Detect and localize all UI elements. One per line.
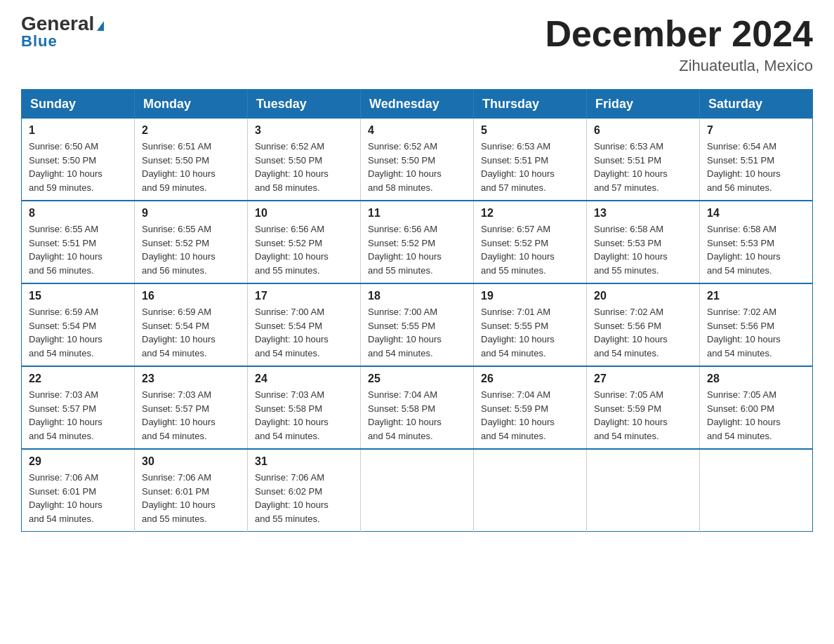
calendar-day-cell: 13 Sunrise: 6:58 AMSunset: 5:53 PMDaylig… — [587, 201, 700, 283]
day-number: 21 — [707, 290, 805, 302]
calendar-day-cell: 16 Sunrise: 6:59 AMSunset: 5:54 PMDaylig… — [135, 283, 248, 366]
day-number: 16 — [142, 290, 240, 302]
day-number: 3 — [255, 124, 353, 137]
calendar-day-cell: 14 Sunrise: 6:58 AMSunset: 5:53 PMDaylig… — [700, 201, 813, 283]
calendar-day-cell: 27 Sunrise: 7:05 AMSunset: 5:59 PMDaylig… — [587, 366, 700, 449]
day-number: 25 — [368, 373, 466, 385]
location-subtitle: Zihuateutla, Mexico — [545, 57, 813, 75]
calendar-day-cell: 4 Sunrise: 6:52 AMSunset: 5:50 PMDayligh… — [361, 119, 474, 201]
day-info: Sunrise: 6:52 AMSunset: 5:50 PMDaylight:… — [255, 140, 353, 194]
day-info: Sunrise: 7:01 AMSunset: 5:55 PMDaylight:… — [481, 305, 579, 360]
day-number: 10 — [255, 207, 353, 220]
day-number: 30 — [142, 455, 240, 468]
day-number: 19 — [481, 290, 579, 302]
day-number: 5 — [481, 124, 579, 137]
day-number: 23 — [142, 373, 240, 385]
calendar-day-cell: 10 Sunrise: 6:56 AMSunset: 5:52 PMDaylig… — [248, 201, 361, 283]
logo: General Blue — [21, 14, 104, 51]
calendar-day-cell: 8 Sunrise: 6:55 AMSunset: 5:51 PMDayligh… — [22, 201, 135, 283]
calendar-day-cell — [474, 449, 587, 532]
logo-name: General — [21, 14, 104, 34]
header-friday: Friday — [587, 90, 700, 119]
day-info: Sunrise: 6:53 AMSunset: 5:51 PMDaylight:… — [481, 140, 579, 194]
day-info: Sunrise: 6:53 AMSunset: 5:51 PMDaylight:… — [594, 140, 692, 194]
day-info: Sunrise: 6:58 AMSunset: 5:53 PMDaylight:… — [707, 222, 805, 277]
day-info: Sunrise: 6:55 AMSunset: 5:51 PMDaylight:… — [29, 222, 127, 277]
header-saturday: Saturday — [700, 90, 813, 119]
day-info: Sunrise: 6:56 AMSunset: 5:52 PMDaylight:… — [255, 222, 353, 277]
day-number: 8 — [29, 207, 127, 220]
calendar-week-row: 15 Sunrise: 6:59 AMSunset: 5:54 PMDaylig… — [22, 283, 813, 366]
calendar-week-row: 8 Sunrise: 6:55 AMSunset: 5:51 PMDayligh… — [22, 201, 813, 283]
calendar-day-cell: 22 Sunrise: 7:03 AMSunset: 5:57 PMDaylig… — [22, 366, 135, 449]
day-info: Sunrise: 7:06 AMSunset: 6:02 PMDaylight:… — [255, 471, 353, 525]
day-number: 28 — [707, 373, 805, 385]
calendar-day-cell: 11 Sunrise: 6:56 AMSunset: 5:52 PMDaylig… — [361, 201, 474, 283]
header-tuesday: Tuesday — [248, 90, 361, 119]
day-number: 9 — [142, 207, 240, 220]
calendar-day-cell: 15 Sunrise: 6:59 AMSunset: 5:54 PMDaylig… — [22, 283, 135, 366]
calendar-day-cell: 28 Sunrise: 7:05 AMSunset: 6:00 PMDaylig… — [700, 366, 813, 449]
calendar-week-row: 29 Sunrise: 7:06 AMSunset: 6:01 PMDaylig… — [22, 449, 813, 532]
calendar-day-cell: 9 Sunrise: 6:55 AMSunset: 5:52 PMDayligh… — [135, 201, 248, 283]
calendar-day-cell: 31 Sunrise: 7:06 AMSunset: 6:02 PMDaylig… — [248, 449, 361, 532]
day-number: 14 — [707, 207, 805, 220]
calendar-day-cell: 29 Sunrise: 7:06 AMSunset: 6:01 PMDaylig… — [22, 449, 135, 532]
day-info: Sunrise: 7:06 AMSunset: 6:01 PMDaylight:… — [142, 471, 240, 525]
day-info: Sunrise: 6:57 AMSunset: 5:52 PMDaylight:… — [481, 222, 579, 277]
day-info: Sunrise: 6:55 AMSunset: 5:52 PMDaylight:… — [142, 222, 240, 277]
day-number: 27 — [594, 373, 692, 385]
day-info: Sunrise: 6:54 AMSunset: 5:51 PMDaylight:… — [707, 140, 805, 194]
calendar-day-cell: 21 Sunrise: 7:02 AMSunset: 5:56 PMDaylig… — [700, 283, 813, 366]
day-number: 17 — [255, 290, 353, 302]
day-number: 22 — [29, 373, 127, 385]
calendar-day-cell — [361, 449, 474, 532]
header-sunday: Sunday — [22, 90, 135, 119]
day-number: 26 — [481, 373, 579, 385]
calendar-day-cell: 19 Sunrise: 7:01 AMSunset: 5:55 PMDaylig… — [474, 283, 587, 366]
day-number: 2 — [142, 124, 240, 137]
day-number: 29 — [29, 455, 127, 468]
calendar-day-cell — [700, 449, 813, 532]
day-info: Sunrise: 7:00 AMSunset: 5:54 PMDaylight:… — [255, 305, 353, 360]
calendar-day-cell: 6 Sunrise: 6:53 AMSunset: 5:51 PMDayligh… — [587, 119, 700, 201]
page-header: General Blue December 2024 Zihuateutla, … — [21, 14, 813, 75]
day-info: Sunrise: 7:03 AMSunset: 5:58 PMDaylight:… — [255, 388, 353, 443]
header-thursday: Thursday — [474, 90, 587, 119]
day-info: Sunrise: 7:05 AMSunset: 5:59 PMDaylight:… — [594, 388, 692, 443]
calendar-week-row: 1 Sunrise: 6:50 AMSunset: 5:50 PMDayligh… — [22, 119, 813, 201]
calendar-day-cell: 20 Sunrise: 7:02 AMSunset: 5:56 PMDaylig… — [587, 283, 700, 366]
day-number: 11 — [368, 207, 466, 220]
day-info: Sunrise: 7:03 AMSunset: 5:57 PMDaylight:… — [29, 388, 127, 443]
title-section: December 2024 Zihuateutla, Mexico — [545, 14, 813, 75]
calendar-day-cell: 7 Sunrise: 6:54 AMSunset: 5:51 PMDayligh… — [700, 119, 813, 201]
day-number: 20 — [594, 290, 692, 302]
day-info: Sunrise: 7:02 AMSunset: 5:56 PMDaylight:… — [707, 305, 805, 360]
calendar-day-cell: 23 Sunrise: 7:03 AMSunset: 5:57 PMDaylig… — [135, 366, 248, 449]
calendar-day-cell: 24 Sunrise: 7:03 AMSunset: 5:58 PMDaylig… — [248, 366, 361, 449]
day-info: Sunrise: 6:52 AMSunset: 5:50 PMDaylight:… — [368, 140, 466, 194]
calendar-day-cell: 30 Sunrise: 7:06 AMSunset: 6:01 PMDaylig… — [135, 449, 248, 532]
day-info: Sunrise: 6:56 AMSunset: 5:52 PMDaylight:… — [368, 222, 466, 277]
calendar-day-cell: 12 Sunrise: 6:57 AMSunset: 5:52 PMDaylig… — [474, 201, 587, 283]
calendar-day-cell — [587, 449, 700, 532]
day-info: Sunrise: 7:00 AMSunset: 5:55 PMDaylight:… — [368, 305, 466, 360]
calendar-day-cell: 1 Sunrise: 6:50 AMSunset: 5:50 PMDayligh… — [22, 119, 135, 201]
day-number: 31 — [255, 455, 353, 468]
logo-blue-text: Blue — [21, 32, 58, 51]
calendar-table: Sunday Monday Tuesday Wednesday Thursday… — [21, 89, 813, 532]
day-number: 12 — [481, 207, 579, 220]
calendar-day-cell: 26 Sunrise: 7:04 AMSunset: 5:59 PMDaylig… — [474, 366, 587, 449]
header-monday: Monday — [135, 90, 248, 119]
day-info: Sunrise: 6:58 AMSunset: 5:53 PMDaylight:… — [594, 222, 692, 277]
day-number: 13 — [594, 207, 692, 220]
day-info: Sunrise: 7:02 AMSunset: 5:56 PMDaylight:… — [594, 305, 692, 360]
day-info: Sunrise: 7:04 AMSunset: 5:58 PMDaylight:… — [368, 388, 466, 443]
calendar-day-cell: 18 Sunrise: 7:00 AMSunset: 5:55 PMDaylig… — [361, 283, 474, 366]
header-wednesday: Wednesday — [361, 90, 474, 119]
day-info: Sunrise: 7:03 AMSunset: 5:57 PMDaylight:… — [142, 388, 240, 443]
day-number: 18 — [368, 290, 466, 302]
day-number: 15 — [29, 290, 127, 302]
day-info: Sunrise: 7:04 AMSunset: 5:59 PMDaylight:… — [481, 388, 579, 443]
day-info: Sunrise: 7:05 AMSunset: 6:00 PMDaylight:… — [707, 388, 805, 443]
